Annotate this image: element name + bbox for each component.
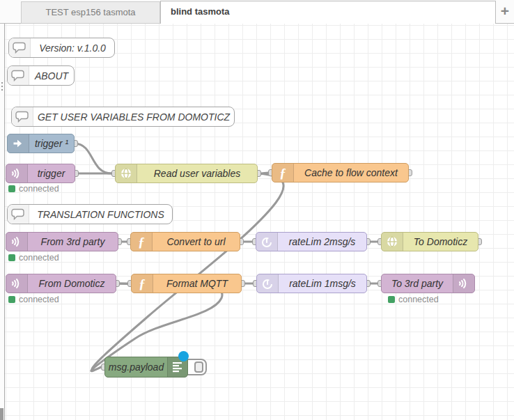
comment-icon (8, 205, 29, 224)
function-node-convert-to-url[interactable]: ƒ Convert to url (130, 232, 240, 251)
comment-icon (9, 38, 31, 57)
comment-node-about[interactable]: ABOUT (7, 65, 75, 86)
mqtt-broadcast-icon (6, 233, 28, 251)
comment-label: Version: v.1.0.0 (31, 42, 114, 54)
comment-label: TRANSLATION FUNCTIONS (29, 209, 172, 220)
node-label: To Domoticz (403, 236, 478, 247)
inject-node-trigger1[interactable]: trigger ¹ (7, 134, 75, 153)
status-text: connected (19, 184, 59, 194)
delay-node-ratelim-2msgs[interactable]: rateLim 2msg/s (256, 232, 367, 251)
comment-node-get-user-variables[interactable]: GET USER VARIABLES FROM DOMOTICZ (11, 107, 235, 127)
mqtt-out-node-to-3rd-party[interactable]: To 3rd party (381, 274, 475, 293)
comment-node-version[interactable]: Version: v.1.0.0 (8, 38, 115, 58)
add-tab-button[interactable]: + (496, 0, 514, 24)
function-node-format-mqtt[interactable]: ƒ Format MQTT (131, 274, 242, 293)
status-connected-dot (8, 254, 15, 261)
comment-label: ABOUT (29, 70, 74, 81)
tab-label: TEST esp156 tasmota (45, 7, 135, 17)
node-label: trigger ¹ (29, 138, 74, 149)
timer-icon (256, 233, 278, 251)
http-request-node-read-user-variables[interactable]: Read user variables (115, 164, 258, 183)
status-text: connected (19, 295, 59, 304)
delay-node-ratelim-1msgs[interactable]: rateLim 1msg/s (256, 274, 367, 293)
node-status: connected (8, 295, 59, 304)
comment-icon (12, 107, 33, 126)
mqtt-broadcast-icon (6, 274, 28, 293)
wire[interactable] (92, 173, 283, 371)
node-status: connected (388, 295, 439, 304)
tab-label: blind tasmota (171, 6, 230, 17)
splitter-grip (1, 82, 3, 84)
mqtt-in-node-from-3rd-party[interactable]: From 3rd party (6, 232, 118, 251)
function-node-cache-to-flow-context[interactable]: ƒ Cache to flow context (272, 163, 409, 182)
node-status: connected (8, 254, 59, 262)
node-label: To 3rd party (382, 278, 453, 289)
node-status: connected (8, 185, 59, 193)
status-connected-dot (8, 296, 15, 303)
comment-icon (8, 66, 29, 85)
node-label: Format MQTT (153, 278, 241, 289)
function-icon: ƒ (132, 274, 153, 293)
globe-icon (116, 164, 137, 182)
tab-blind-tasmota[interactable]: blind tasmota (160, 1, 496, 24)
node-label: Convert to url (153, 236, 240, 247)
mqtt-broadcast-icon (6, 164, 28, 182)
node-label: rateLim 1msg/s (279, 278, 366, 289)
http-request-node-to-domoticz[interactable]: To Domoticz (381, 232, 478, 251)
debug-node-msg-payload[interactable]: msg.payload (104, 357, 188, 378)
mqtt-in-node-trigger[interactable]: trigger (6, 164, 75, 183)
scrollbar-thumb[interactable] (0, 408, 3, 420)
tab-test-esp156-tasmota[interactable]: TEST esp156 tasmota (21, 1, 160, 24)
wire[interactable] (75, 143, 111, 173)
comment-label: GET USER VARIABLES FROM DOMOTICZ (33, 111, 234, 123)
plus-icon: + (501, 3, 509, 19)
status-connected-dot (388, 296, 395, 303)
palette-splitter[interactable] (0, 24, 5, 420)
globe-icon (382, 233, 403, 251)
inject-icon (8, 134, 29, 153)
status-text: connected (19, 253, 59, 263)
node-label: From 3rd party (28, 236, 118, 247)
mqtt-broadcast-icon (453, 274, 474, 293)
workspace-tabbar: TEST esp156 tasmota blind tasmota + (0, 0, 514, 24)
mqtt-in-node-from-domoticz[interactable]: From Domoticz (6, 274, 116, 293)
node-label: Read user variables (137, 168, 257, 179)
status-connected-dot (8, 185, 15, 192)
node-label: From Domoticz (28, 278, 116, 289)
node-label: msg.payload (105, 361, 167, 373)
function-icon: ƒ (131, 233, 153, 251)
timer-icon (257, 274, 279, 293)
node-label: trigger (28, 168, 75, 179)
node-label: rateLim 2msg/s (278, 236, 366, 247)
function-icon: ƒ (272, 164, 294, 182)
changed-indicator-dot (178, 351, 189, 361)
node-label: Cache to flow context (294, 167, 408, 178)
status-text: connected (398, 295, 439, 304)
comment-node-translation-functions[interactable]: TRANSLATION FUNCTIONS (7, 204, 173, 224)
